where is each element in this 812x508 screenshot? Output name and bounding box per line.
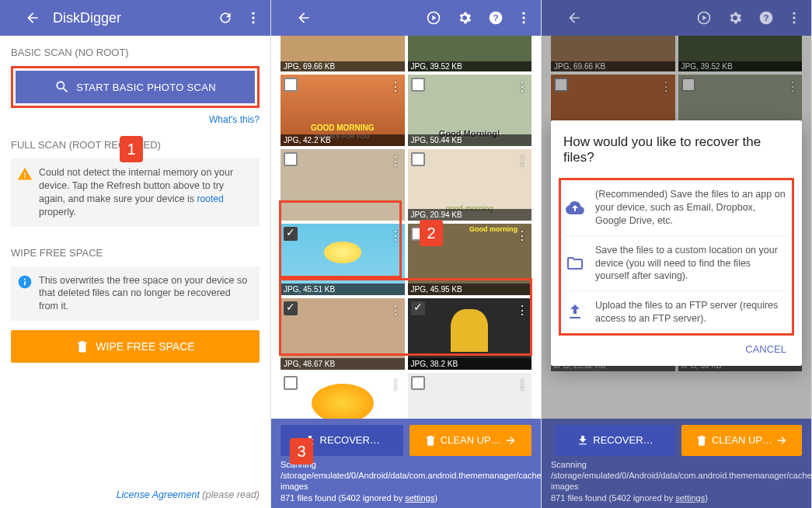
svg-text:?: ? bbox=[763, 12, 768, 23]
more-icon[interactable]: ⋮ bbox=[389, 79, 402, 94]
dialog-title: How would you like to recover the files? bbox=[563, 134, 789, 165]
more-icon[interactable]: ⋮ bbox=[516, 228, 528, 243]
settings-link[interactable]: settings bbox=[675, 493, 705, 503]
svg-point-7 bbox=[522, 12, 524, 15]
folder-icon bbox=[566, 244, 584, 284]
whats-this-link[interactable]: What's this? bbox=[11, 114, 260, 125]
more-icon[interactable]: ⋮ bbox=[389, 154, 402, 169]
checkbox[interactable] bbox=[284, 376, 298, 390]
overflow-icon[interactable] bbox=[516, 10, 531, 26]
badge-2: 2 bbox=[420, 220, 443, 246]
back-icon[interactable] bbox=[296, 10, 312, 26]
more-icon[interactable]: ⋮ bbox=[389, 378, 402, 392]
thumb[interactable]: JPG, 69.66 KB bbox=[281, 36, 405, 71]
more-icon: ⋮ bbox=[786, 79, 799, 94]
dialog-option-cloud[interactable]: (Recommended) Save the files to an app o… bbox=[566, 180, 787, 235]
full-scan-warning: Could not detect the internal memory on … bbox=[11, 158, 260, 227]
info-icon bbox=[17, 274, 33, 290]
start-scan-button[interactable]: START BASIC PHOTO SCAN bbox=[16, 71, 255, 103]
thumb: JPG, 39.52 KB bbox=[678, 36, 803, 71]
thumb[interactable]: good morning⋮JPG, 20.94 KB bbox=[408, 149, 532, 221]
checkbox[interactable] bbox=[411, 152, 425, 166]
gear-icon[interactable] bbox=[727, 10, 743, 26]
play-icon[interactable] bbox=[426, 10, 441, 26]
svg-text:?: ? bbox=[493, 12, 498, 23]
cloud-upload-icon bbox=[566, 188, 584, 228]
more-icon[interactable]: ⋮ bbox=[516, 378, 528, 392]
checkbox[interactable] bbox=[284, 152, 298, 166]
svg-point-1 bbox=[252, 16, 254, 19]
thumb[interactable]: JPG, 39.52 KB bbox=[408, 36, 532, 71]
checkbox[interactable] bbox=[284, 78, 298, 92]
svg-point-2 bbox=[252, 21, 254, 23]
svg-point-9 bbox=[522, 21, 524, 23]
wipe-info: This overwrites the free space on your d… bbox=[11, 266, 260, 322]
checkbox[interactable] bbox=[411, 78, 425, 92]
svg-point-15 bbox=[793, 21, 795, 23]
help-icon[interactable]: ? bbox=[758, 10, 774, 26]
basic-scan-label: BASIC SCAN (NO ROOT) bbox=[11, 47, 260, 58]
app-title: DiskDigger bbox=[53, 10, 202, 26]
back-icon[interactable] bbox=[25, 10, 40, 26]
settings-link[interactable]: settings bbox=[405, 493, 434, 503]
checkbox bbox=[681, 78, 695, 92]
more-icon: ⋮ bbox=[660, 79, 672, 94]
scan-status: Scanning /storage/emulated/0/Android/dat… bbox=[551, 459, 802, 503]
help-icon[interactable]: ? bbox=[488, 10, 504, 26]
overflow-icon[interactable] bbox=[246, 10, 261, 26]
svg-point-13 bbox=[793, 12, 795, 15]
thumb[interactable]: Good Morning!⋮JPG, 50.44 KB bbox=[408, 75, 532, 146]
badge-3: 3 bbox=[290, 438, 313, 465]
scan-status: Scanning /storage/emulated/0/Android/dat… bbox=[281, 459, 531, 503]
thumb: JPG, 69.66 KB bbox=[551, 36, 675, 71]
recover-dialog: How would you like to recover the files?… bbox=[551, 120, 802, 366]
dialog-option-ftp[interactable]: Upload the files to an FTP server (requi… bbox=[566, 291, 787, 333]
more-icon[interactable]: ⋮ bbox=[516, 154, 528, 169]
thumb[interactable]: ⋮JPG, 25.62 KB bbox=[281, 373, 405, 419]
thumb[interactable]: GOOD MORNINGWISHES FOR YOU⋮JPG, 42.2 KB bbox=[281, 75, 405, 146]
cleanup-button[interactable]: CLEAN UP… bbox=[409, 425, 532, 456]
wipe-button[interactable]: WIPE FREE SPACE bbox=[11, 330, 260, 363]
dialog-cancel-button[interactable]: CANCEL bbox=[563, 336, 789, 360]
badge-1: 1 bbox=[120, 136, 143, 162]
play-icon[interactable] bbox=[696, 10, 712, 26]
thumb[interactable]: ⋮JPG, 36 KB bbox=[408, 373, 532, 419]
checkbox[interactable] bbox=[411, 376, 425, 390]
svg-point-8 bbox=[522, 16, 524, 19]
back-icon[interactable] bbox=[566, 10, 582, 26]
svg-point-0 bbox=[252, 12, 254, 15]
checkbox bbox=[554, 78, 568, 92]
rooted-link[interactable]: rooted bbox=[197, 193, 224, 204]
refresh-icon[interactable] bbox=[218, 10, 233, 26]
cleanup-button[interactable]: CLEAN UP… bbox=[681, 425, 802, 456]
license-link[interactable]: License Agreement bbox=[117, 489, 200, 500]
dialog-option-folder[interactable]: Save the files to a custom location on y… bbox=[566, 235, 787, 291]
overflow-icon[interactable] bbox=[786, 10, 802, 26]
recover-button[interactable]: RECOVER… bbox=[555, 425, 675, 456]
footer-license: License Agreement (please read) bbox=[117, 489, 260, 500]
gear-icon[interactable] bbox=[457, 10, 472, 26]
bottom-bar: RECOVER… CLEAN UP… Scanning /storage/emu… bbox=[542, 419, 811, 508]
upload-icon bbox=[566, 299, 584, 325]
more-icon[interactable]: ⋮ bbox=[516, 79, 528, 94]
wipe-label: WIPE FREE SPACE bbox=[11, 247, 260, 259]
warning-icon bbox=[17, 166, 33, 182]
svg-point-14 bbox=[793, 16, 795, 19]
